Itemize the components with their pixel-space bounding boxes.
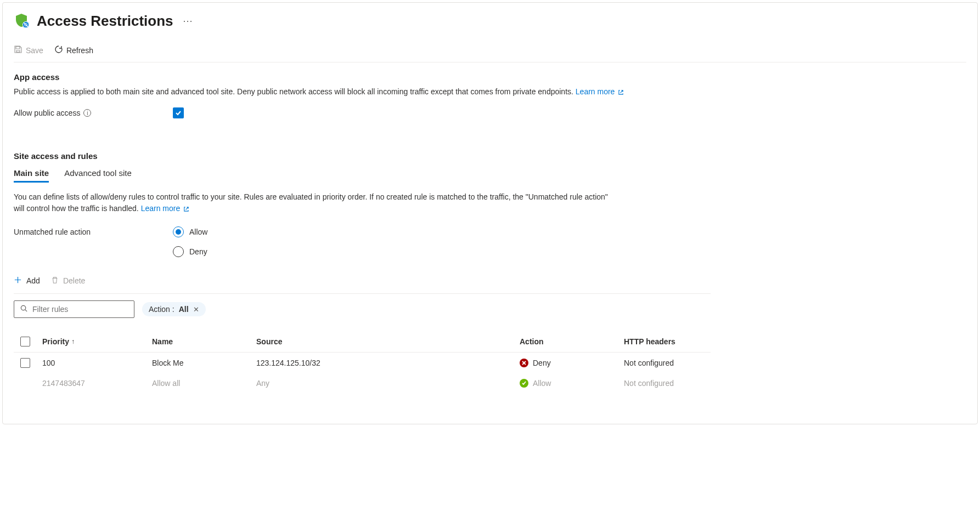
external-link-icon (182, 204, 189, 213)
cell-name: Block Me (152, 359, 256, 367)
site-access-description: You can define lists of allow/deny rules… (14, 192, 608, 213)
learn-more-link-app-access[interactable]: Learn more (576, 87, 624, 96)
cell-source: 123.124.125.10/32 (256, 359, 520, 367)
column-header-name[interactable]: Name (152, 337, 256, 346)
delete-label: Delete (63, 276, 85, 285)
select-all-checkbox[interactable] (20, 337, 30, 346)
cell-priority: 100 (42, 359, 152, 367)
sort-ascending-icon: ↑ (71, 338, 75, 345)
filter-rules-input[interactable] (32, 305, 128, 314)
more-actions-button[interactable]: ··· (181, 15, 195, 27)
app-access-description: Public access is applied to both main si… (14, 87, 573, 96)
row-checkbox[interactable] (20, 358, 30, 368)
table-row[interactable]: 100Block Me123.124.125.10/32DenyNot conf… (14, 353, 711, 373)
refresh-icon (54, 45, 63, 55)
column-header-action[interactable]: Action (520, 337, 624, 346)
trash-icon (51, 276, 60, 286)
pill-value: All (179, 305, 189, 314)
add-rule-button[interactable]: Add (14, 276, 40, 286)
site-access-heading: Site access and rules (14, 151, 966, 161)
cell-name: Allow all (152, 379, 256, 388)
save-button[interactable]: Save (14, 45, 43, 55)
save-label: Save (26, 46, 43, 55)
cell-priority: 2147483647 (42, 379, 152, 388)
svg-point-3 (21, 305, 25, 310)
unmatched-action-allow-radio[interactable]: Allow (173, 226, 207, 237)
close-icon[interactable]: ✕ (193, 305, 199, 314)
tab-advanced-tool-site[interactable]: Advanced tool site (64, 165, 132, 182)
table-row[interactable]: 2147483647Allow allAnyAllowNot configure… (14, 373, 711, 393)
cell-http-headers: Not configured (624, 359, 723, 367)
allow-status-icon (520, 379, 528, 388)
cell-action: Allow (520, 379, 624, 388)
filter-pill-action[interactable]: Action : All ✕ (142, 302, 206, 316)
radio-label-deny: Deny (189, 247, 207, 256)
tab-main-site[interactable]: Main site (14, 165, 49, 183)
radio-label-allow: Allow (189, 228, 207, 236)
cell-action: Deny (520, 359, 624, 367)
pill-label: Action : (149, 305, 174, 314)
column-header-source[interactable]: Source (256, 337, 520, 346)
check-icon (174, 109, 182, 117)
search-icon (20, 304, 28, 314)
refresh-button[interactable]: Refresh (54, 45, 93, 55)
cell-source: Any (256, 379, 520, 388)
allow-public-access-label: Allow public access (14, 109, 80, 117)
delete-rule-button[interactable]: Delete (51, 276, 85, 286)
plus-icon (14, 276, 23, 286)
save-icon (14, 45, 22, 55)
column-header-http-headers[interactable]: HTTP headers (624, 337, 723, 346)
info-icon[interactable]: i (83, 109, 91, 117)
app-access-heading: App access (14, 72, 966, 82)
cell-http-headers: Not configured (624, 379, 723, 388)
filter-rules-input-wrapper[interactable] (14, 300, 134, 318)
unmatched-rule-action-label: Unmatched rule action (14, 226, 173, 236)
table-header-row: Priority ↑ Name Source Action HTTP heade… (14, 331, 711, 353)
refresh-label: Refresh (66, 46, 93, 55)
add-label: Add (26, 276, 40, 285)
external-link-icon (617, 87, 624, 96)
page-title: Access Restrictions (37, 13, 173, 30)
deny-status-icon (520, 359, 528, 367)
unmatched-action-deny-radio[interactable]: Deny (173, 246, 207, 257)
shield-icon (14, 13, 29, 30)
svg-line-4 (25, 310, 27, 311)
learn-more-link-site-access[interactable]: Learn more (141, 204, 189, 213)
allow-public-access-checkbox[interactable] (173, 107, 184, 118)
column-header-priority[interactable]: Priority ↑ (42, 337, 152, 346)
